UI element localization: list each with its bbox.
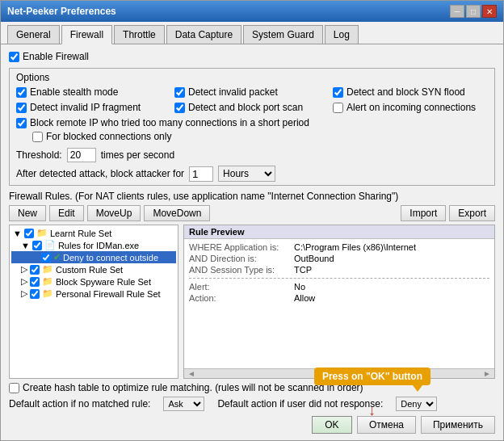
folder-custom-icon: 📁 — [42, 264, 53, 275]
minimize-button[interactable]: ─ — [450, 5, 464, 18]
option-syn-flood: Detect and block SYN flood — [333, 86, 488, 98]
option-stealth-label: Enable stealth mode — [30, 86, 118, 98]
option-block-port-scan-checkbox[interactable] — [174, 103, 185, 113]
tab-system-guard[interactable]: System Guard — [243, 25, 323, 44]
tree-item-deny[interactable]: ✔ Deny to connect outside — [11, 251, 176, 263]
preview-row-alert: Alert: No — [189, 282, 489, 292]
default-action-label: Default action if no matched rule: — [9, 398, 150, 410]
attack-unit-select[interactable]: Hours Minutes Seconds — [218, 166, 275, 182]
titlebar: Net-Peeker Preferences ─ □ ✕ — [1, 1, 503, 22]
rules-tree[interactable]: ▼ 📁 Learnt Rule Set ▼ 📄 Rules for IDMan.… — [9, 225, 178, 379]
preview-label-dir: AND Direction is: — [189, 254, 294, 263]
rule-divider — [189, 278, 489, 279]
tab-general[interactable]: General — [7, 25, 60, 44]
options-label: Options — [16, 72, 488, 83]
folder-icon: 📁 — [36, 228, 48, 238]
threshold-row: Threshold: times per second — [16, 148, 488, 162]
preview-value-session: TCP — [294, 265, 312, 275]
option-stealth-checkbox[interactable] — [16, 87, 27, 98]
bottom-section: Create hash table to optimize rule match… — [9, 379, 495, 434]
option-invalid-frag-checkbox[interactable] — [16, 103, 27, 113]
threshold-label: Threshold: — [16, 149, 62, 161]
tab-firewall[interactable]: Firewall — [61, 25, 112, 44]
file-icon: 📄 — [44, 240, 56, 250]
close-button[interactable]: ✕ — [482, 5, 497, 18]
preview-row-session: AND Session Type is: TCP — [189, 265, 489, 275]
option-invalid-packet: Detect invalid packet — [174, 86, 330, 98]
preview-row-app: WHERE Application is: C:\Program Files (… — [189, 242, 489, 252]
export-button[interactable]: Export — [449, 205, 495, 221]
edit-button[interactable]: Edit — [49, 205, 84, 221]
option-invalid-packet-checkbox[interactable] — [174, 87, 185, 98]
option-for-blocked-checkbox[interactable] — [32, 132, 43, 142]
main-window: Net-Peeker Preferences ─ □ ✕ General Fir… — [0, 0, 504, 441]
enable-firewall-checkbox[interactable] — [9, 52, 19, 62]
expand-learnt-icon: ▼ — [13, 229, 22, 238]
attack-input[interactable] — [189, 166, 213, 182]
folder-spyware-icon: 📁 — [42, 276, 53, 287]
folder-personal-icon: 📁 — [42, 288, 53, 299]
apply-button[interactable]: Применить — [421, 416, 495, 434]
tree-item-learnt[interactable]: ▼ 📁 Learnt Rule Set — [11, 227, 176, 239]
tree-item-spyware[interactable]: ▷ 📁 Block Spyware Rule Set — [11, 275, 176, 288]
expand-personal-icon: ▷ — [21, 288, 27, 299]
tree-check-idman[interactable] — [32, 241, 42, 250]
rule-preview-panel: Rule Preview WHERE Application is: C:\Pr… — [183, 225, 495, 379]
option-invalid-frag: Detect invalid IP fragment — [16, 102, 171, 113]
option-stealth: Enable stealth mode — [16, 86, 171, 98]
new-button[interactable]: New — [9, 205, 46, 221]
default-action-select[interactable]: Ask Allow Deny — [163, 397, 204, 411]
tree-item-idman[interactable]: ▼ 📄 Rules for IDMan.exe — [11, 239, 176, 251]
import-button[interactable]: Import — [401, 205, 446, 221]
option-for-blocked-label: For blocked connections only — [46, 131, 171, 142]
default-noresponse-select[interactable]: Deny Allow — [396, 397, 437, 411]
tree-check-learnt[interactable] — [24, 229, 34, 238]
ok-tooltip: Press on "OK" button — [314, 368, 430, 385]
movedown-button[interactable]: MoveDown — [144, 205, 210, 221]
preview-row-action: Action: Allow — [189, 293, 489, 303]
cancel-button[interactable]: Отмена — [357, 416, 416, 434]
option-block-remote-checkbox[interactable] — [16, 118, 27, 128]
tab-throttle[interactable]: Throttle — [114, 25, 165, 44]
tab-data-capture[interactable]: Data Capture — [166, 25, 242, 44]
enable-firewall-row: Enable Firewall — [9, 51, 495, 62]
check-icon: ✔ — [53, 252, 61, 262]
tree-check-spyware[interactable] — [30, 277, 40, 287]
option-alert-incoming-label: Alert on incoming connections — [346, 102, 476, 113]
option-block-port-scan: Detect and block port scan — [174, 102, 330, 113]
maximize-button[interactable]: □ — [466, 5, 481, 18]
content-area: Enable Firewall Options Enable stealth m… — [1, 44, 503, 440]
rule-preview-content: WHERE Application is: C:\Program Files (… — [184, 239, 494, 368]
preview-label-app: WHERE Application is: — [189, 242, 294, 252]
threshold-input[interactable] — [67, 148, 96, 162]
tree-check-custom[interactable] — [30, 265, 40, 275]
window-controls: ─ □ ✕ — [450, 5, 497, 18]
tree-label-deny: Deny to connect outside — [63, 253, 158, 262]
option-alert-incoming: Alert on incoming connections — [333, 102, 488, 113]
default-actions-row: Default action if no matched rule: Ask A… — [9, 397, 495, 411]
rule-preview-header: Rule Preview — [184, 225, 494, 239]
preview-label-alert: Alert: — [189, 282, 294, 292]
option-block-remote-label: Block remote IP who tried too many conne… — [30, 117, 309, 128]
preview-value-alert: No — [294, 282, 305, 292]
tree-check-personal[interactable] — [30, 289, 40, 299]
tab-log[interactable]: Log — [325, 25, 359, 44]
tree-label-spyware: Block Spyware Rule Set — [56, 277, 151, 287]
options-section: Options Enable stealth mode Detect inval… — [9, 68, 495, 186]
options-grid: Enable stealth mode Detect invalid packe… — [16, 86, 488, 116]
tree-label-personal: Personal Firewall Rule Set — [56, 289, 161, 299]
tree-check-deny[interactable] — [41, 253, 51, 262]
hash-checkbox[interactable] — [9, 383, 19, 393]
preview-value-app: C:\Program Files (x86)\Internet — [294, 242, 416, 252]
option-alert-incoming-checkbox[interactable] — [333, 103, 343, 113]
ok-button[interactable]: OK — [312, 416, 352, 434]
option-syn-flood-checkbox[interactable] — [333, 87, 343, 98]
moveup-button[interactable]: MoveUp — [87, 205, 141, 221]
tree-item-personal[interactable]: ▷ 📁 Personal Firewall Rule Set — [11, 288, 176, 300]
expand-idman-icon: ▼ — [21, 241, 30, 250]
rules-toolbar: New Edit MoveUp MoveDown Import Export — [9, 205, 495, 221]
tree-item-custom[interactable]: ▷ 📁 Custom Rule Set — [11, 263, 176, 275]
tree-label-custom: Custom Rule Set — [56, 265, 123, 275]
option-syn-flood-label: Detect and block SYN flood — [346, 86, 465, 98]
tabs-bar: General Firewall Throttle Data Capture S… — [1, 22, 503, 44]
